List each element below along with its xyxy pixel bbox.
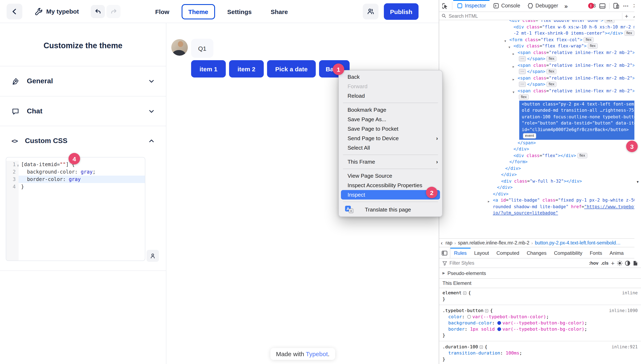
tree-node[interactable]: </div> — [439, 184, 641, 191]
tree-node[interactable]: </form> — [439, 159, 641, 165]
typebot-brand-link[interactable]: Typebot — [306, 350, 328, 358]
flex-badge[interactable]: flex — [588, 43, 598, 49]
publish-button[interactable]: Publish — [384, 3, 418, 20]
menu-item-bookmark-page[interactable]: Bookmark Page — [339, 105, 442, 114]
undo-button[interactable] — [91, 5, 105, 18]
rule-source-link[interactable]: inline:921 — [612, 344, 638, 350]
tree-node[interactable]: <div class="flex"></div>flex — [439, 152, 641, 159]
nav-tab-share[interactable]: Share — [264, 4, 294, 19]
rules-tab-compatibility[interactable]: Compatibility — [550, 248, 586, 258]
menu-item-inspect-accessibility-properties[interactable]: Inspect Accessibility Properties — [339, 180, 442, 190]
sidebar-toggle-icon[interactable] — [439, 248, 450, 258]
rules-tab-layout[interactable]: Layout — [470, 248, 493, 258]
rule-property[interactable]: transition-duration: 100ms; — [443, 350, 641, 356]
editor-empty-area[interactable] — [6, 190, 145, 260]
tree-node-selected[interactable]: <button class="py-2 px-4 text-left font-… — [519, 100, 641, 140]
highlight-target-icon[interactable] — [485, 309, 489, 312]
nav-tab-theme[interactable]: Theme — [182, 4, 215, 19]
back-button[interactable] — [7, 4, 22, 19]
nav-tab-settings[interactable]: Settings — [221, 4, 258, 19]
flex-badge[interactable]: flex — [577, 153, 587, 158]
avatar-toggle-button[interactable] — [146, 250, 159, 262]
breadcrumb-item[interactable]: button.py-2.px-4.text-left.font-semibold… — [535, 240, 621, 245]
menu-item-save-page-to-pocket[interactable]: Save Page to Pocket — [339, 124, 442, 134]
tree-node[interactable]: ▶<span class="relative inline-flex mr-2 … — [439, 49, 641, 62]
flex-badge[interactable]: flex — [519, 94, 529, 100]
responsive-design-icon[interactable] — [613, 3, 619, 9]
event-badge[interactable]: event — [523, 133, 536, 138]
collapsed-children-icon[interactable]: ⋯ — [519, 56, 526, 62]
filter-placeholder[interactable]: Filter Styles — [450, 260, 586, 266]
breadcrumb-item[interactable]: span.relative.inline-flex.mr-2.mb-2 — [458, 240, 529, 245]
custom-css-editor[interactable]: 1∨[data-itemid=""] {2 background-color: … — [6, 157, 145, 261]
collapsed-children-icon[interactable]: ⋯ — [519, 82, 526, 87]
tree-node[interactable]: </div> — [439, 172, 641, 178]
tree-node[interactable]: </div> — [439, 191, 641, 197]
menu-item-view-page-source[interactable]: View Page Source — [339, 171, 442, 180]
redo-button[interactable] — [106, 5, 121, 18]
menu-item-send-page-to-device[interactable]: Send Page to Device› — [339, 134, 442, 143]
sidebar-section-custom-css[interactable]: <> Custom CSS — [0, 126, 166, 156]
choice-button-1[interactable]: item 1 — [191, 60, 226, 78]
meatball-menu-icon[interactable]: ⋯ — [623, 2, 629, 9]
menu-item-this-frame[interactable]: This Frame› — [339, 157, 442, 166]
expand-down-icon[interactable]: ▼ — [513, 89, 514, 96]
devtools-search-bar[interactable]: Search HTML + — [439, 12, 641, 20]
highlight-target-icon[interactable] — [463, 292, 467, 295]
collapsed-children-icon[interactable]: ⋯ — [519, 69, 526, 74]
class-toggle[interactable]: .cls — [601, 260, 609, 266]
flex-badge[interactable]: flex — [604, 20, 614, 23]
add-node-icon[interactable]: + — [622, 12, 631, 19]
color-scheme-icon[interactable] — [625, 260, 630, 266]
color-swatch[interactable] — [497, 321, 501, 325]
editor-line[interactable]: 3 border-color: gray — [6, 176, 145, 183]
print-simulation-icon[interactable] — [633, 260, 638, 266]
rule-property[interactable]: border: 1px solid var(--typebot-button-b… — [443, 326, 641, 332]
flex-badge[interactable]: flex — [547, 56, 557, 62]
sidebar-section-chat[interactable]: Chat — [0, 96, 166, 126]
rule-property[interactable]: color: var(--typebot-button-color); — [443, 314, 641, 320]
tree-node[interactable]: <div class="flex bubble enter done">flex — [439, 20, 641, 24]
rule-property[interactable]: background-color: var(--typebot-button-b… — [443, 320, 641, 326]
rules-tab-rules[interactable]: Rules — [450, 248, 470, 258]
tab-console[interactable]: Console — [490, 0, 524, 12]
expand-right-icon[interactable]: ▶ — [513, 51, 514, 57]
tree-node[interactable]: ▼<form class="flex flex-col">flex — [439, 36, 641, 43]
flex-badge[interactable]: flex — [624, 30, 634, 36]
breadcrumb-item[interactable]: rap — [446, 240, 452, 245]
rules-tab-fonts[interactable]: Fonts — [586, 248, 606, 258]
rule-source-link[interactable]: inline:1090 — [609, 308, 638, 314]
sidebar-section-general[interactable]: General — [0, 66, 166, 96]
menu-item-translate-this-page[interactable]: AaTranslate this page — [339, 204, 442, 215]
color-swatch[interactable] — [468, 315, 471, 319]
error-count-badge[interactable]: ! 3 — [588, 3, 596, 9]
menu-item-save-page-as[interactable]: Save Page As... — [339, 114, 442, 124]
editor-line[interactable]: 2 background-color: gray; — [6, 168, 145, 176]
hover-pseudo-toggle[interactable]: :hov — [589, 260, 598, 266]
choice-button-2[interactable]: item 2 — [229, 60, 264, 78]
rule-selector-row[interactable]: element{inline — [443, 290, 641, 296]
pseudo-elements-row[interactable]: ▶ Pseudo-elements — [439, 268, 641, 279]
tree-node[interactable]: <div class="w-full h-32"></div> — [439, 178, 641, 184]
tree-node[interactable]: </div> — [439, 146, 641, 152]
choice-button-3[interactable]: Pick a date — [267, 60, 316, 78]
tree-node[interactable]: <div class="flex w-6 xs:w-10 h-6 xs:h-10… — [439, 24, 641, 36]
rule-selector-row[interactable]: .duration-100{inline:921 — [443, 344, 641, 350]
split-console-icon[interactable] — [599, 3, 606, 8]
rule-source-link[interactable]: inline — [622, 290, 638, 296]
made-with-badge[interactable]: Made with Typebot. — [270, 348, 335, 360]
nav-tab-flow[interactable]: Flow — [149, 4, 176, 19]
light-theme-icon[interactable] — [617, 260, 622, 266]
breadcrumb-scroll-left-icon[interactable]: ‹ — [441, 240, 443, 246]
rule-selector-row[interactable]: .typebot-button{inline:1090 — [443, 308, 641, 314]
tree-node[interactable]: ▶<span class="relative inline-flex mr-2 … — [439, 75, 641, 88]
expand-right-icon[interactable]: ▶ — [488, 199, 490, 205]
tree-node[interactable]: ▼<span class="relative inline-flex mr-2 … — [439, 88, 641, 100]
flex-badge[interactable]: flex — [547, 82, 557, 87]
rules-tab-anima[interactable]: Anima — [606, 248, 627, 258]
menu-item-inspect[interactable]: Inspect — [341, 190, 440, 200]
color-swatch[interactable] — [497, 327, 501, 331]
add-rule-icon[interactable]: + — [611, 260, 614, 266]
more-tabs-icon[interactable]: » — [562, 0, 570, 12]
highlight-target-icon[interactable] — [480, 346, 483, 349]
